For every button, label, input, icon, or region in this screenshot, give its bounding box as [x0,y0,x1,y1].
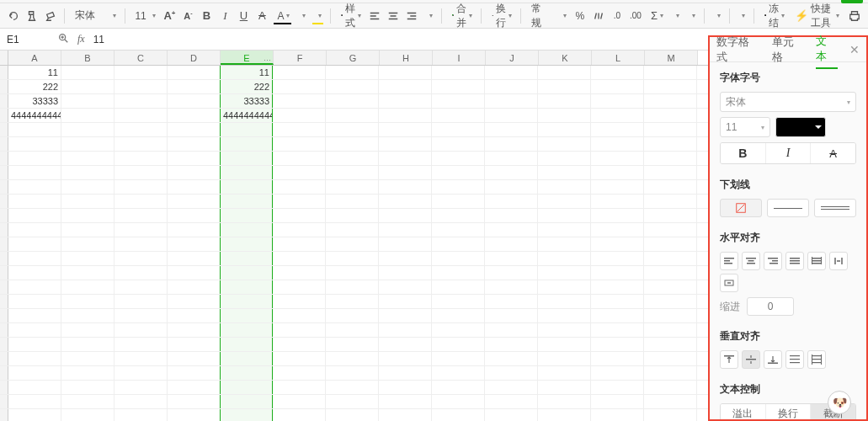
cell[interactable] [61,352,114,365]
cell[interactable] [379,123,432,136]
row-header[interactable] [0,152,8,165]
valign-justify-button[interactable] [785,350,804,369]
cell[interactable] [485,252,538,265]
cell[interactable] [168,66,221,79]
cell[interactable] [114,209,168,222]
cell[interactable] [8,366,61,380]
cell[interactable] [61,338,114,351]
cell[interactable] [114,152,168,165]
cell[interactable] [114,309,168,322]
cell[interactable] [538,109,591,122]
cell[interactable] [485,152,538,165]
row-header[interactable] [0,66,8,79]
cell[interactable] [485,209,538,222]
thousands-button[interactable] [590,7,607,25]
cell[interactable] [591,66,644,79]
halign-left-button[interactable] [720,252,738,270]
cell[interactable] [326,237,379,251]
row-header[interactable] [0,94,8,108]
row-header[interactable] [0,180,8,194]
cell[interactable] [591,352,644,365]
cell[interactable] [8,123,61,136]
cell[interactable] [168,80,221,93]
cell[interactable] [8,409,61,421]
align-center-button[interactable] [385,7,402,25]
cell[interactable] [220,309,273,322]
cell[interactable] [538,209,591,222]
cell[interactable] [379,137,432,151]
row-header[interactable] [0,80,8,93]
merge-button[interactable]: 合并▾ [447,7,476,25]
cell[interactable] [168,309,221,322]
cell[interactable] [61,80,114,93]
cell[interactable] [591,323,644,337]
cell[interactable] [644,366,697,380]
cell[interactable] [168,252,221,265]
cell[interactable] [8,295,61,308]
filter-button[interactable]: ▾ [668,7,683,25]
cell[interactable] [114,80,168,93]
cell[interactable] [644,395,697,408]
cell[interactable] [379,66,432,79]
underline-button[interactable]: U [235,7,252,25]
cell[interactable] [379,94,432,108]
cell[interactable] [485,237,538,251]
row-header[interactable] [0,137,8,151]
row-header[interactable] [0,323,8,337]
panel-bold-button[interactable]: B [721,143,766,163]
cell[interactable] [114,137,168,151]
cell[interactable] [114,395,168,408]
valign-button[interactable]: ▾ [422,7,436,25]
cell[interactable] [644,381,697,394]
cell[interactable] [644,223,697,237]
cell[interactable] [485,266,538,280]
cell[interactable] [8,395,61,408]
cell[interactable] [379,180,432,194]
border-button[interactable]: ▾ [295,7,309,25]
cell[interactable] [538,152,591,165]
cell[interactable] [538,395,591,408]
cell[interactable] [432,209,485,222]
cell[interactable] [61,137,114,151]
cell[interactable] [591,166,644,179]
cell[interactable] [220,266,273,280]
cell[interactable] [273,309,326,322]
cell[interactable] [485,66,538,79]
cell[interactable] [273,223,326,237]
cell[interactable] [379,381,432,394]
cell[interactable] [538,195,591,208]
cell[interactable] [61,295,114,308]
font-name-select[interactable]: 宋体▾ [70,7,120,25]
cell[interactable]: 11 [8,66,61,79]
cell[interactable] [61,252,114,265]
cell[interactable] [485,280,538,294]
cell[interactable] [114,180,168,194]
cell[interactable] [8,381,61,394]
cell[interactable] [485,80,538,93]
cell[interactable] [485,338,538,351]
cell[interactable] [114,338,168,351]
column-header-A[interactable]: A [8,51,61,65]
halign-right-button[interactable] [764,252,782,270]
cell[interactable] [326,66,379,79]
cell[interactable] [485,295,538,308]
cell[interactable] [273,123,326,136]
cell[interactable] [8,195,61,208]
fx-label[interactable]: fx [77,33,85,45]
cell[interactable] [538,352,591,365]
cell[interactable] [644,152,697,165]
cell[interactable] [538,94,591,108]
strikethrough-button[interactable]: A [253,7,270,25]
cell[interactable] [326,395,379,408]
cell[interactable] [644,166,697,179]
cell[interactable] [379,395,432,408]
cell[interactable] [432,381,485,394]
cell[interactable] [591,94,644,108]
cell[interactable] [168,280,221,294]
cell[interactable] [432,252,485,265]
cell[interactable] [538,366,591,380]
indent-input[interactable] [747,297,794,316]
cell[interactable] [379,409,432,421]
cell[interactable] [485,195,538,208]
cell[interactable] [432,152,485,165]
